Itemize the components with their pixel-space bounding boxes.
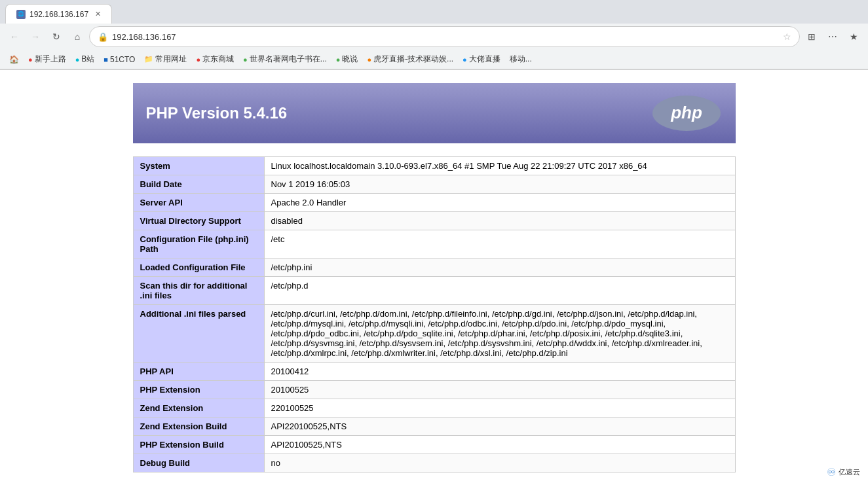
bookmark-item-51cto[interactable]: ■ 51CTO <box>100 54 139 65</box>
address-bar: 🔒 192.168.136.167 ☆ <box>89 26 800 47</box>
bookmark-label: 世界名著网电子书在... <box>250 54 327 65</box>
table-label: PHP API <box>133 363 264 381</box>
table-row: SystemLinux localhost.localdomain 3.10.0… <box>133 157 735 175</box>
bookmark-item-huya[interactable]: ● 虎牙直播-技术驱动娱... <box>363 52 457 66</box>
nav-extras: ⊞ ⋯ ★ <box>802 27 863 46</box>
tab-bar: 🌐 192.168.136.167 ✕ <box>0 0 868 24</box>
table-row: Zend Extension220100525 <box>133 399 735 418</box>
bookmark-label: 常用网址 <box>155 54 187 65</box>
bookmark-item-shijie[interactable]: ● 世界名著网电子书在... <box>239 52 331 66</box>
php-version-title: PHP Version 5.4.16 <box>146 104 288 122</box>
svg-text:php: php <box>670 103 702 122</box>
table-value: 220100525 <box>264 399 735 418</box>
bookmark-label: 51CTO <box>110 55 135 64</box>
table-row: Virtual Directory Supportdisabled <box>133 212 735 230</box>
favorites-button[interactable]: ★ <box>844 27 863 46</box>
table-label: Build Date <box>133 175 264 194</box>
nav-bar: ← → ↻ ⌂ 🔒 192.168.136.167 ☆ ⊞ ⋯ ★ <box>0 24 868 50</box>
bookmark-label: 虎牙直播-技术驱动娱... <box>373 54 453 65</box>
table-row: Server APIApache 2.0 Handler <box>133 194 735 212</box>
table-row: Build DateNov 1 2019 16:05:03 <box>133 175 735 194</box>
bookmark-star-icon[interactable]: ☆ <box>783 31 791 42</box>
table-label: PHP Extension <box>133 381 264 399</box>
php-logo: php <box>651 94 723 133</box>
table-row: Zend Extension BuildAPI220100525,NTS <box>133 418 735 436</box>
table-label: Debug Build <box>133 454 264 472</box>
page-content: PHP Version 5.4.16 php SystemLinux local… <box>120 70 749 481</box>
reload-button[interactable]: ↻ <box>47 27 66 46</box>
extensions-button[interactable]: ⊞ <box>802 27 821 46</box>
changyong-icon: 📁 <box>144 55 153 63</box>
tab-label: 192.168.136.167 <box>29 10 88 19</box>
table-value: Nov 1 2019 16:05:03 <box>264 175 735 194</box>
table-row: PHP API20100412 <box>133 363 735 381</box>
jd-icon: ● <box>196 56 200 63</box>
bzhan-icon: ● <box>75 56 80 63</box>
xiaoshuo-icon: ● <box>336 56 341 63</box>
table-label: System <box>133 157 264 175</box>
back-button[interactable]: ← <box>5 27 24 46</box>
bookmark-label: B站 <box>81 54 94 65</box>
table-row: PHP Extension20100525 <box>133 381 735 399</box>
table-value: /etc <box>264 230 735 258</box>
table-row: Loaded Configuration File/etc/php.ini <box>133 258 735 277</box>
address-text[interactable]: 192.168.136.167 <box>112 32 779 42</box>
bookmark-item-changyongwangzhi[interactable]: 📁 常用网址 <box>140 52 191 66</box>
table-value: API20100525,NTS <box>264 436 735 454</box>
bookmark-item-jd[interactable]: ● 京东商城 <box>192 52 238 66</box>
table-label: Configuration File (php.ini) Path <box>133 230 264 258</box>
bookmark-item-dalao[interactable]: ● 大佬直播 <box>459 52 504 66</box>
home-bookmark-icon: 🏠 <box>9 55 19 64</box>
bookmark-label: 新手上路 <box>35 54 66 65</box>
shijie-icon: ● <box>243 56 248 63</box>
brand-label: 亿速云 <box>839 467 860 477</box>
tab-favicon: 🌐 <box>16 10 26 19</box>
bookmark-item-yidong[interactable]: 移动... <box>506 52 536 66</box>
table-value: /etc/php.d <box>264 277 735 305</box>
bookmark-item-bzhan[interactable]: ● B站 <box>71 52 99 66</box>
table-value: /etc/php.ini <box>264 258 735 277</box>
bookmark-item-home[interactable]: 🏠 <box>5 54 23 65</box>
bookmarks-bar: 🏠 ● 新手上路 ● B站 ■ 51CTO 📁 常用网址 ● 京东商城 ● 世界… <box>0 50 868 69</box>
table-label: Loaded Configuration File <box>133 258 264 277</box>
huya-icon: ● <box>367 56 371 63</box>
info-table: SystemLinux localhost.localdomain 3.10.0… <box>133 156 736 472</box>
table-label: Server API <box>133 194 264 212</box>
table-label: Zend Extension Build <box>133 418 264 436</box>
bookmark-item-xinshoushanlu[interactable]: ● 新手上路 <box>24 52 70 66</box>
browser-chrome: 🌐 192.168.136.167 ✕ ← → ↻ ⌂ 🔒 192.168.13… <box>0 0 868 70</box>
dalao-icon: ● <box>462 56 467 63</box>
table-label: Virtual Directory Support <box>133 212 264 230</box>
table-label: Zend Extension <box>133 399 264 418</box>
forward-button[interactable]: → <box>26 27 45 46</box>
table-value: API220100525,NTS <box>264 418 735 436</box>
table-value: Linux localhost.localdomain 3.10.0-693.e… <box>264 157 735 175</box>
table-value: disabled <box>264 212 735 230</box>
table-label: Additional .ini files parsed <box>133 305 264 363</box>
php-header: PHP Version 5.4.16 php <box>133 83 736 143</box>
yidong-label: 移动... <box>510 54 532 65</box>
table-value: 20100412 <box>264 363 735 381</box>
security-icon: 🔒 <box>98 32 108 42</box>
bookmark-item-xiaoshuo[interactable]: ● 晓说 <box>332 52 362 66</box>
tab-close-button[interactable]: ✕ <box>95 10 101 18</box>
table-label: Scan this dir for additional .ini files <box>133 277 264 305</box>
bookmark-label: 晓说 <box>342 54 358 65</box>
brand-logo: ♾ <box>827 466 836 478</box>
table-value: no <box>264 454 735 472</box>
table-row: Additional .ini files parsed/etc/php.d/c… <box>133 305 735 363</box>
browser-bottom-bar: ♾ 亿速云 <box>819 463 868 481</box>
home-button[interactable]: ⌂ <box>68 27 86 46</box>
table-value: /etc/php.d/curl.ini, /etc/php.d/dom.ini,… <box>264 305 735 363</box>
bookmark-label: 大佬直播 <box>469 54 500 65</box>
menu-button[interactable]: ⋯ <box>823 27 842 46</box>
table-label: PHP Extension Build <box>133 436 264 454</box>
bookmark-label: 京东商城 <box>202 54 234 65</box>
table-row: PHP Extension BuildAPI20100525,NTS <box>133 436 735 454</box>
xinshoushanlu-icon: ● <box>28 56 33 63</box>
table-row: Configuration File (php.ini) Path/etc <box>133 230 735 258</box>
active-tab[interactable]: 🌐 192.168.136.167 ✕ <box>5 4 112 24</box>
51cto-icon: ■ <box>104 56 108 63</box>
table-row: Scan this dir for additional .ini files/… <box>133 277 735 305</box>
table-row: Debug Buildno <box>133 454 735 472</box>
